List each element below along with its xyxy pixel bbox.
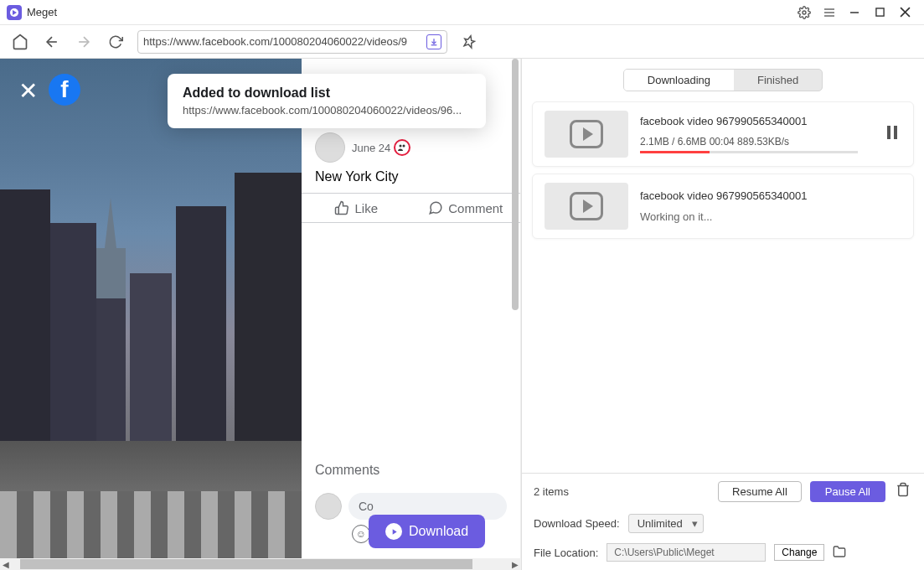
trash-icon[interactable] (894, 480, 912, 502)
toast-url: https://www.facebook.com/100080204060022… (183, 104, 471, 117)
svg-point-0 (803, 11, 806, 14)
url-text: https://www.facebook.com/100080204060022… (143, 35, 426, 48)
minimize-button[interactable] (842, 3, 867, 23)
download-icon (385, 523, 402, 540)
download-status: Working on it... (640, 210, 901, 223)
browser-bar: https://www.facebook.com/100080204060022… (0, 25, 924, 59)
forward-icon[interactable] (74, 32, 94, 52)
download-name: facebook video 967990565340001 (640, 189, 901, 202)
emoji-icon[interactable]: ☺ (352, 525, 370, 543)
svg-rect-15 (887, 126, 890, 139)
tabs: Downloading Finished (522, 59, 924, 98)
url-download-icon[interactable] (426, 34, 441, 49)
horizontal-scrollbar[interactable]: ◀ ▶ (0, 558, 521, 570)
maximize-button[interactable] (867, 3, 892, 23)
speed-select[interactable]: Unlimited (628, 514, 704, 533)
download-toast: Added to download list https://www.faceb… (168, 74, 486, 128)
back-icon[interactable] (42, 32, 62, 52)
commenter-avatar (315, 493, 342, 520)
like-label: Like (354, 201, 378, 215)
like-button[interactable]: Like (302, 194, 411, 222)
pause-all-button[interactable]: Pause All (810, 481, 885, 502)
app-title: Meget (27, 6, 57, 18)
download-button-label: Download (409, 524, 468, 539)
toast-title: Added to download list (183, 86, 471, 101)
post-date: June 24 (352, 142, 390, 154)
url-input[interactable]: https://www.facebook.com/100080204060022… (137, 30, 447, 54)
refresh-icon[interactable] (106, 32, 126, 52)
items-count: 2 items (534, 485, 710, 498)
close-video-icon[interactable]: ✕ (18, 77, 38, 105)
download-button[interactable]: Download (369, 515, 485, 548)
download-thumbnail (545, 183, 628, 230)
download-item[interactable]: facebook video 967990565340001 Working o… (532, 174, 914, 239)
progress-bar (640, 151, 858, 153)
resume-all-button[interactable]: Resume All (718, 481, 802, 502)
download-item[interactable]: facebook video 967990565340001 2.1MB / 6… (532, 101, 914, 167)
pause-icon[interactable] (883, 122, 901, 146)
post-sidebar: June 24 New York City Like Comment (302, 59, 521, 558)
svg-point-12 (400, 145, 402, 148)
svg-point-13 (403, 145, 405, 148)
video-player[interactable]: ✕ f (0, 59, 302, 558)
download-list: facebook video 967990565340001 2.1MB / 6… (522, 98, 924, 473)
pin-icon[interactable] (459, 32, 479, 52)
tab-finished[interactable]: Finished (734, 70, 822, 91)
svg-marker-14 (392, 529, 396, 534)
app-logo (7, 5, 22, 20)
downloads-panel: Downloading Finished facebook video 9679… (521, 59, 924, 570)
audience-icon[interactable] (394, 139, 410, 156)
folder-icon[interactable] (833, 545, 846, 561)
download-stats: 2.1MB / 6.6MB 00:04 889.53KB/s (640, 136, 871, 148)
author-avatar[interactable] (315, 132, 345, 163)
browser-pane: ✕ f June 24 New York City Like (0, 59, 521, 570)
change-button[interactable]: Change (774, 544, 824, 561)
settings-icon[interactable] (792, 3, 817, 23)
speed-label: Download Speed: (534, 517, 620, 530)
comment-button[interactable]: Comment (411, 194, 521, 222)
post-title: New York City (302, 166, 520, 193)
comment-label: Comment (448, 201, 503, 215)
titlebar: Meget (0, 0, 924, 25)
svg-rect-5 (875, 8, 883, 16)
tab-downloading[interactable]: Downloading (624, 70, 734, 91)
scrollbar[interactable] (512, 59, 519, 558)
location-input[interactable]: C:\Users\Public\Meget (607, 543, 766, 562)
svg-rect-16 (894, 126, 897, 139)
download-thumbnail (545, 111, 628, 158)
location-label: File Location: (534, 547, 598, 559)
home-icon[interactable] (10, 32, 30, 52)
facebook-logo[interactable]: f (49, 74, 80, 106)
download-name: facebook video 967990565340001 (640, 115, 871, 127)
comments-heading: Comments (315, 463, 507, 478)
menu-icon[interactable] (817, 3, 842, 23)
close-button[interactable] (892, 3, 917, 23)
